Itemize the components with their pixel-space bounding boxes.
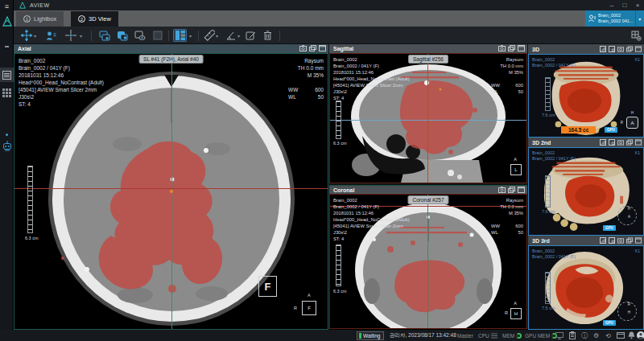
rail-divider xyxy=(0,45,14,48)
display-icon[interactable] xyxy=(555,332,564,339)
toolbar-separator xyxy=(91,31,92,41)
orientation-cube[interactable]: H xyxy=(510,308,522,319)
assistant-bot-icon[interactable] xyxy=(0,138,14,154)
toolbar-separator xyxy=(198,31,199,41)
patient-selector[interactable]: Brain_0002 Brain_0002 041… ▾ xyxy=(585,10,644,27)
coronal-image-area[interactable]: Coronal #257 Brain_0002Brain_0002 / 041Y… xyxy=(329,194,527,329)
sagittal-axial-crossline[interactable] xyxy=(330,120,526,121)
sagittal-render-info: RaysumTH 0.0 mmM 35% WW600 WL50 xyxy=(491,56,523,95)
axial-image-area[interactable]: SL #41 (F2H), Axial #40 Brain_0002Brain_… xyxy=(14,53,328,330)
capture-icon[interactable] xyxy=(617,46,624,52)
monitor-layout-icon[interactable] xyxy=(617,332,625,339)
blank-mask-icon[interactable] xyxy=(151,29,164,42)
preset-icon[interactable] xyxy=(609,46,615,52)
volume-3d2-image-area[interactable]: Brain_0002Brain_0002 / 041Y (F) X1 7.6 c… xyxy=(528,147,644,236)
maximize-icon[interactable] xyxy=(518,45,525,51)
patient-icon xyxy=(588,14,596,23)
coronal-sagittal-crossline[interactable] xyxy=(427,195,428,328)
pan-tool-icon[interactable] xyxy=(19,29,33,42)
copy-icon[interactable] xyxy=(626,46,633,52)
delete-measure-icon[interactable] xyxy=(261,29,275,42)
axial-scale-ruler xyxy=(27,166,33,233)
capture-icon[interactable] xyxy=(498,187,506,193)
copy-icon[interactable] xyxy=(309,45,316,51)
restore-button[interactable]: □ xyxy=(618,1,631,10)
crosshair-caret[interactable]: ▾ xyxy=(80,33,82,39)
capture-icon[interactable] xyxy=(498,45,506,51)
copy-icon[interactable] xyxy=(626,237,633,244)
info-icon[interactable]: ⓘ xyxy=(581,331,588,340)
orientation-cube[interactable]: F xyxy=(302,301,316,315)
coronal-patient-info: Brain_0002Brain_0002 / 041Y (F)20181031 … xyxy=(333,197,410,242)
axial-viewport[interactable]: Axial xyxy=(14,44,328,330)
main-menu-icon[interactable]: ≡ xyxy=(0,2,14,11)
layout-icon[interactable] xyxy=(173,29,187,42)
tab-3d-view[interactable]: 2 3D View xyxy=(71,11,118,27)
sagittal-slice-chip: Sagittal #256 xyxy=(408,55,448,64)
capture-icon[interactable] xyxy=(299,45,307,51)
tab-number-badge: 2 xyxy=(78,15,85,23)
maximize-icon[interactable] xyxy=(635,237,642,244)
orientation-cube[interactable]: A xyxy=(626,117,638,129)
axial-coronal-crossline[interactable] xyxy=(14,188,328,189)
volume-scale-label: 7.5 cm xyxy=(542,306,555,311)
pan-tool-caret[interactable]: ▾ xyxy=(34,33,36,39)
axial-render-info: RaysumTH 0.0 mmM 35% WW600 WL50 xyxy=(288,57,324,101)
report-icon[interactable] xyxy=(600,46,606,52)
window-preset-icon[interactable] xyxy=(97,29,111,42)
coronal-viewport[interactable]: Coronal xyxy=(329,185,527,330)
capture-icon[interactable] xyxy=(617,237,624,244)
volume-3d-viewport[interactable]: 3D Brain_0002Brain_ xyxy=(528,44,644,138)
preset-icon[interactable] xyxy=(609,237,615,244)
clipboard-icon[interactable] xyxy=(569,331,576,339)
maximize-icon[interactable] xyxy=(319,45,326,51)
volume-3d-image-area[interactable]: Brain_0002Brain_0002 / 041Y (F) X1 7.6 c… xyxy=(528,54,644,138)
copy-icon[interactable] xyxy=(626,139,633,146)
patient-list-icon[interactable] xyxy=(44,29,58,42)
mem-gauge-icon xyxy=(516,333,522,339)
mask-overlay-icon[interactable] xyxy=(115,29,129,42)
annotation-tool-icon[interactable] xyxy=(244,29,258,42)
viewport-settings-icon[interactable] xyxy=(630,29,643,42)
report-icon[interactable] xyxy=(600,237,606,244)
sagittal-viewport[interactable]: Sagittal xyxy=(329,44,527,183)
ruler-tool-icon[interactable] xyxy=(202,29,216,42)
volume-zoom-label: X1 xyxy=(634,249,640,254)
user-avatar[interactable] xyxy=(637,331,644,339)
series-list-icon[interactable] xyxy=(0,68,14,82)
report-icon[interactable] xyxy=(600,139,606,146)
maximize-icon[interactable] xyxy=(518,187,525,193)
volume-3d2-header: 3D 2nd xyxy=(528,138,644,147)
tab-bar: 1 Lightbox 2 3D View xyxy=(14,10,644,27)
minimize-button[interactable]: – xyxy=(605,1,618,10)
capture-icon[interactable] xyxy=(617,139,624,146)
thumbnail-grid-icon[interactable] xyxy=(0,85,14,100)
volume-3d2-viewport[interactable]: 3D 2nd Brain_0002Br xyxy=(528,138,644,236)
notifications-bell-icon[interactable] xyxy=(628,331,635,339)
orientation-cube[interactable]: L xyxy=(510,164,522,175)
ruler-caret[interactable]: ▾ xyxy=(216,33,218,39)
volume-3d3-viewport[interactable]: 3D 3rd Brain_0002Brain_0002 / 041Y (F) xyxy=(528,236,644,330)
orientation-marker: F xyxy=(258,276,277,297)
copy-icon[interactable] xyxy=(508,45,515,51)
close-button[interactable]: × xyxy=(631,1,644,10)
settings-gear-icon[interactable]: ⚙ xyxy=(593,332,599,339)
sagittal-image-area[interactable]: Sagittal #256 Brain_0002Brain_0002 / 041… xyxy=(329,53,527,183)
coronal-slice-chip: Coronal #257 xyxy=(407,195,448,204)
maximize-icon[interactable] xyxy=(635,139,642,146)
angle-caret[interactable]: ▾ xyxy=(237,33,240,39)
crosshair-center-dot[interactable] xyxy=(170,190,173,193)
mask-visibility-icon[interactable] xyxy=(133,29,147,42)
preset-icon[interactable] xyxy=(609,139,615,146)
angle-tool-icon[interactable] xyxy=(224,29,237,42)
patient-dropdown-caret[interactable]: ▾ xyxy=(635,10,644,27)
crosshair-tool-icon[interactable] xyxy=(64,29,77,42)
layout-caret[interactable]: ▾ xyxy=(189,33,192,39)
axial-slice-chip: SL #41 (F2H), Axial #40 xyxy=(138,55,204,64)
history-icon[interactable]: ⟲ xyxy=(605,332,611,339)
maximize-icon[interactable] xyxy=(635,46,642,52)
copy-icon[interactable] xyxy=(508,187,515,193)
tab-lightbox[interactable]: 1 Lightbox xyxy=(16,11,64,27)
volume-3d3-image-area[interactable]: Brain_0002Brain_0002 / 041Y (F) X1 7.5 c… xyxy=(528,245,644,330)
sagittal-coronal-crossline[interactable] xyxy=(427,54,428,183)
